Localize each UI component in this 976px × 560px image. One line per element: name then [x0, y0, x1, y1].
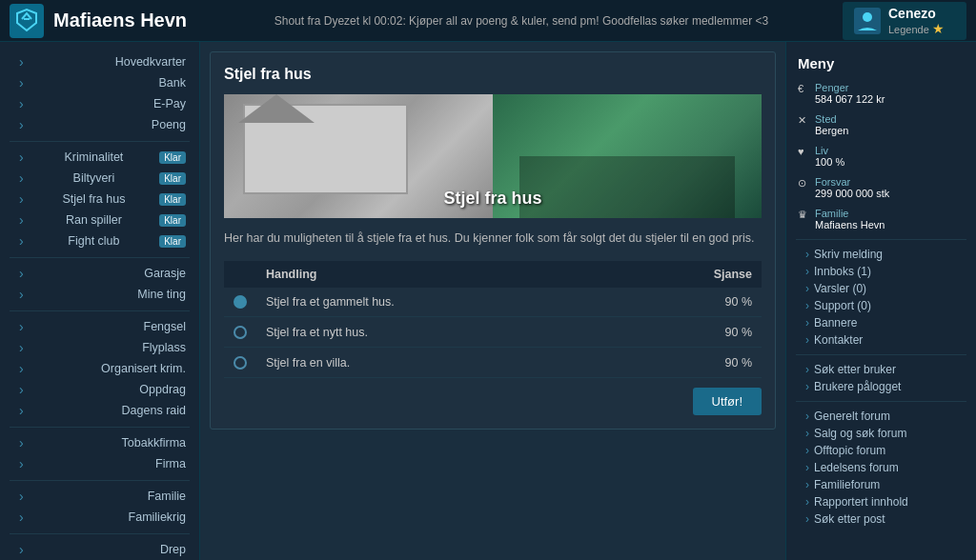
- radio-button[interactable]: [234, 326, 247, 339]
- sidebar-item-label: Poeng: [152, 118, 186, 131]
- sidebar-item-firma[interactable]: Firma: [0, 453, 199, 474]
- sidebar-item-label: Familiekrig: [129, 510, 186, 524]
- sidebar-item-label: Dagens raid: [122, 404, 186, 417]
- sidebar-item-poeng[interactable]: Poeng: [0, 114, 199, 135]
- right-link-søk-etter-bruker[interactable]: Søk etter bruker: [786, 361, 976, 378]
- right-link-søk-etter-post[interactable]: Søk etter post: [786, 510, 976, 528]
- stat-content: StedBergen: [815, 113, 853, 136]
- right-link-familieforum[interactable]: Familieforum: [786, 476, 976, 493]
- content-description: Her har du muligheten til å stjele fra e…: [224, 230, 762, 248]
- right-link-innboks-(1)[interactable]: Innboks (1): [786, 263, 976, 280]
- actions-table: Handling Sjanse Stjel fra et gammelt hus…: [224, 261, 762, 378]
- stat-icon: ♛: [798, 209, 809, 221]
- sidebar-item-label: Oppdrag: [139, 383, 186, 396]
- sidebar-item-oppdrag[interactable]: Oppdrag: [0, 379, 199, 400]
- stat-label: Sted: [815, 113, 853, 125]
- sidebar-item-label: Bank: [159, 76, 187, 90]
- right-link-generelt-forum[interactable]: Generelt forum: [786, 408, 976, 425]
- site-title: Mafiaens Hevn: [53, 10, 187, 31]
- sidebar-item-kriminalitet[interactable]: KriminalitetKlar: [0, 147, 199, 168]
- right-panel-title: Meny: [786, 51, 976, 79]
- sidebar-section-5: FamilieFamiliekrig: [0, 480, 199, 528]
- sidebar-item-fengsel[interactable]: Fengsel: [0, 316, 199, 337]
- sidebar-item-label: Hovedkvarter: [115, 55, 186, 69]
- sidebar-item-label: Mine ting: [137, 288, 186, 301]
- stat-content: Penger584 067 122 kr: [815, 82, 884, 105]
- header: Mafiaens Hevn Shout fra Dyezet kl 00:02:…: [0, 0, 976, 42]
- svg-point-2: [863, 12, 872, 22]
- sidebar-item-label: Drep: [160, 543, 186, 556]
- right-link-bannere[interactable]: Bannere: [786, 314, 976, 331]
- table-row[interactable]: Stjel fra et nytt hus.90 %: [224, 317, 762, 348]
- user-area[interactable]: Cenezo Legende ★: [843, 2, 966, 40]
- radio-button[interactable]: [234, 356, 247, 370]
- right-link-support-(0)[interactable]: Support (0): [786, 297, 976, 314]
- table-header: Handling Sjanse: [224, 261, 762, 288]
- action-label: Stjel fra et nytt hus.: [256, 317, 620, 348]
- username: Cenezo: [888, 6, 945, 21]
- right-links2: Søk etter brukerBrukere pålogget: [786, 361, 976, 395]
- sidebar-item-label: Firma: [155, 457, 186, 470]
- right-link-varsler-(0)[interactable]: Varsler (0): [786, 280, 976, 297]
- sidebar-item-mine-ting[interactable]: Mine ting: [0, 284, 199, 305]
- right-link-salg-og-søk-forum[interactable]: Salg og søk forum: [786, 425, 976, 442]
- sidebar-item-e-pay[interactable]: E-Pay: [0, 93, 199, 114]
- sidebar-item-organisert-krim.[interactable]: Organisert krim.: [0, 358, 199, 379]
- right-link-ledelsens-forum[interactable]: Ledelsens forum: [786, 459, 976, 476]
- user-info: Cenezo Legende ★: [888, 6, 945, 36]
- right-divider-1: [796, 239, 966, 240]
- sidebar-section-4: TobakkfirmaFirma: [0, 427, 199, 474]
- sidebar-badge: Klar: [159, 172, 186, 185]
- stat-row: €Penger584 067 122 kr: [786, 79, 976, 108]
- table-row[interactable]: Stjel fra en villa.90 %: [224, 348, 762, 378]
- stat-row: ⊙Forsvar299 000 000 stk: [786, 173, 976, 202]
- action-chance: 90 %: [620, 288, 762, 317]
- sidebar-item-fight-club[interactable]: Fight clubKlar: [0, 230, 199, 251]
- action-chance: 90 %: [620, 348, 762, 378]
- right-link-skriv-melding[interactable]: Skriv melding: [786, 246, 976, 263]
- sidebar-divider-2: [10, 257, 190, 258]
- stat-icon: ✕: [798, 114, 809, 127]
- col-handling: Handling: [256, 261, 620, 288]
- sidebar-item-tobakkfirma[interactable]: Tobakkfirma: [0, 432, 199, 453]
- logo-area: Mafiaens Hevn: [10, 4, 200, 38]
- sidebar-item-flyplass[interactable]: Flyplass: [0, 337, 199, 358]
- sidebar-item-bank[interactable]: Bank: [0, 72, 199, 93]
- right-links3: Generelt forumSalg og søk forumOfftopic …: [786, 408, 976, 528]
- sidebar-item-hovedkvarter[interactable]: Hovedkvarter: [0, 51, 199, 72]
- right-link-kontakter[interactable]: Kontakter: [786, 331, 976, 349]
- right-link-offtopic-forum[interactable]: Offtopic forum: [786, 442, 976, 459]
- stat-value: 584 067 122 kr: [815, 93, 884, 105]
- submit-row: Utfør!: [224, 388, 762, 415]
- radio-button[interactable]: [234, 295, 247, 309]
- marquee-text: Shout fra Dyezet kl 00:02: Kjøper all av…: [200, 14, 843, 28]
- submit-button[interactable]: Utfør!: [693, 388, 762, 415]
- table-row[interactable]: Stjel fra et gammelt hus.90 %: [224, 288, 762, 317]
- right-divider-2: [796, 354, 966, 355]
- right-link-rapportert-innhold[interactable]: Rapportert innhold: [786, 493, 976, 510]
- sidebar-item-familiekrig[interactable]: Familiekrig: [0, 507, 199, 528]
- sidebar-item-label: Familie: [148, 490, 186, 503]
- sidebar-item-biltyveri[interactable]: BiltyveriKlar: [0, 168, 199, 189]
- stat-icon: €: [798, 83, 809, 94]
- sidebar-badge: Klar: [159, 193, 186, 206]
- user-icon: [854, 8, 881, 34]
- sidebar-item-familie[interactable]: Familie: [0, 486, 199, 507]
- stat-icon: ♥: [798, 146, 809, 157]
- radio-cell[interactable]: [224, 317, 256, 348]
- radio-cell[interactable]: [224, 348, 256, 378]
- sidebar-item-stjel-fra-hus[interactable]: Stjel fra husKlar: [0, 189, 199, 210]
- sidebar-item-dagens-raid[interactable]: Dagens raid: [0, 400, 199, 421]
- sidebar-item-garasje[interactable]: Garasje: [0, 263, 199, 284]
- right-link-brukere-pålogget[interactable]: Brukere pålogget: [786, 378, 976, 395]
- logo-icon: [10, 4, 44, 38]
- sidebar-item-label: Kriminalitet: [65, 150, 124, 164]
- sidebar-item-ran-spiller[interactable]: Ran spillerKlar: [0, 210, 199, 230]
- sidebar-item-drep[interactable]: Drep: [0, 539, 199, 560]
- radio-cell[interactable]: [224, 288, 256, 317]
- sidebar-divider-4: [10, 427, 190, 428]
- sidebar: HovedkvarterBankE-PayPoengKriminalitetKl…: [0, 42, 200, 560]
- action-chance: 90 %: [620, 317, 762, 348]
- star-icon: ★: [932, 21, 945, 36]
- sidebar-section-1: KriminalitetKlarBiltyveriKlarStjel fra h…: [0, 141, 199, 251]
